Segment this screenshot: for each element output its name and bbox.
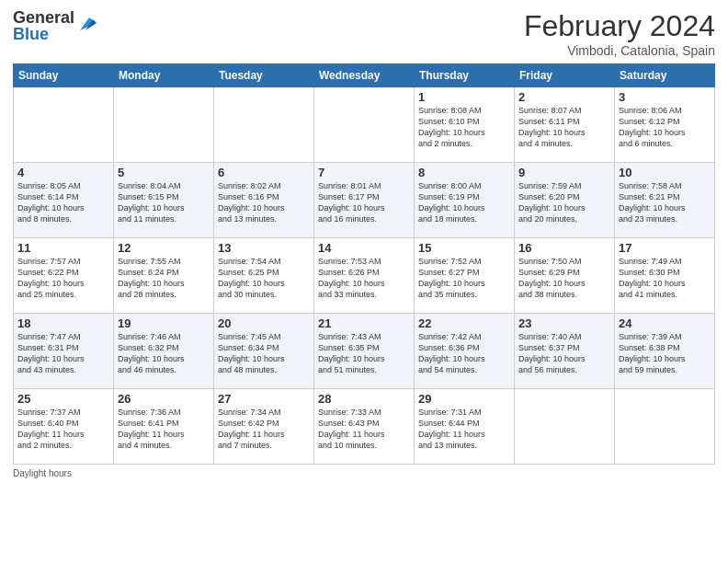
day-number: 13 [218, 241, 310, 255]
logo-general: General [13, 9, 74, 26]
footer: Daylight hours [13, 468, 715, 478]
day-number: 4 [17, 166, 109, 179]
day-info: Sunrise: 8:04 AM Sunset: 6:15 PM Dayligh… [118, 180, 210, 225]
day-number: 23 [518, 316, 610, 330]
day-info: Sunrise: 7:45 AM Sunset: 6:34 PM Dayligh… [218, 331, 310, 376]
page: General Blue February 2024 Vimbodi, Cata… [0, 0, 728, 563]
calendar-day-cell [14, 87, 114, 163]
calendar-header-day: Saturday [615, 64, 715, 87]
calendar-header-day: Monday [114, 64, 214, 87]
day-info: Sunrise: 7:53 AM Sunset: 6:26 PM Dayligh… [318, 256, 410, 301]
calendar-day-cell: 19Sunrise: 7:46 AM Sunset: 6:32 PM Dayli… [114, 314, 214, 389]
day-number: 8 [418, 166, 510, 179]
calendar-day-cell: 27Sunrise: 7:34 AM Sunset: 6:42 PM Dayli… [214, 389, 314, 465]
day-number: 2 [518, 90, 610, 104]
day-number: 17 [619, 241, 711, 255]
day-info: Sunrise: 8:00 AM Sunset: 6:19 PM Dayligh… [418, 180, 510, 225]
day-info: Sunrise: 7:49 AM Sunset: 6:30 PM Dayligh… [619, 256, 711, 301]
day-info: Sunrise: 7:50 AM Sunset: 6:29 PM Dayligh… [518, 256, 610, 301]
subtitle: Vimbodi, Catalonia, Spain [524, 43, 715, 58]
day-info: Sunrise: 8:01 AM Sunset: 6:17 PM Dayligh… [318, 180, 410, 225]
day-number: 29 [418, 392, 510, 406]
calendar-header-day: Wednesday [314, 64, 415, 87]
calendar-day-cell: 6Sunrise: 8:02 AM Sunset: 6:16 PM Daylig… [214, 163, 314, 238]
calendar-day-cell: 21Sunrise: 7:43 AM Sunset: 6:35 PM Dayli… [314, 314, 415, 389]
calendar-day-cell: 2Sunrise: 8:07 AM Sunset: 6:11 PM Daylig… [515, 87, 615, 163]
calendar-day-cell: 14Sunrise: 7:53 AM Sunset: 6:26 PM Dayli… [314, 238, 415, 314]
calendar-day-cell: 24Sunrise: 7:39 AM Sunset: 6:38 PM Dayli… [615, 314, 715, 389]
day-info: Sunrise: 8:08 AM Sunset: 6:10 PM Dayligh… [418, 105, 510, 150]
day-number: 11 [17, 241, 109, 255]
calendar-day-cell: 8Sunrise: 8:00 AM Sunset: 6:19 PM Daylig… [415, 163, 515, 238]
day-info: Sunrise: 7:46 AM Sunset: 6:32 PM Dayligh… [118, 331, 210, 376]
day-number: 26 [118, 392, 210, 406]
calendar-day-cell: 20Sunrise: 7:45 AM Sunset: 6:34 PM Dayli… [214, 314, 314, 389]
calendar-day-cell [515, 389, 615, 465]
day-number: 16 [518, 241, 610, 255]
calendar-day-cell [314, 87, 415, 163]
calendar-header-day: Sunday [14, 64, 114, 87]
calendar-day-cell: 16Sunrise: 7:50 AM Sunset: 6:29 PM Dayli… [515, 238, 615, 314]
logo: General Blue [13, 9, 97, 42]
day-number: 15 [418, 241, 510, 255]
day-number: 28 [318, 392, 410, 406]
day-number: 12 [118, 241, 210, 255]
calendar-week-row: 25Sunrise: 7:37 AM Sunset: 6:40 PM Dayli… [14, 389, 715, 465]
calendar-day-cell: 17Sunrise: 7:49 AM Sunset: 6:30 PM Dayli… [615, 238, 715, 314]
day-number: 18 [17, 316, 109, 330]
title-area: February 2024 Vimbodi, Catalonia, Spain [524, 9, 715, 58]
calendar-day-cell [615, 389, 715, 465]
day-number: 5 [118, 166, 210, 179]
calendar-day-cell: 1Sunrise: 8:08 AM Sunset: 6:10 PM Daylig… [415, 87, 515, 163]
day-info: Sunrise: 7:37 AM Sunset: 6:40 PM Dayligh… [17, 407, 109, 452]
day-info: Sunrise: 7:36 AM Sunset: 6:41 PM Dayligh… [118, 407, 210, 452]
day-info: Sunrise: 8:05 AM Sunset: 6:14 PM Dayligh… [17, 180, 109, 225]
calendar-day-cell: 10Sunrise: 7:58 AM Sunset: 6:21 PM Dayli… [615, 163, 715, 238]
logo-text: General Blue [13, 9, 74, 42]
day-info: Sunrise: 7:39 AM Sunset: 6:38 PM Dayligh… [619, 331, 711, 376]
day-number: 10 [619, 166, 711, 179]
day-number: 14 [318, 241, 410, 255]
calendar-day-cell [114, 87, 214, 163]
calendar-day-cell: 13Sunrise: 7:54 AM Sunset: 6:25 PM Dayli… [214, 238, 314, 314]
day-info: Sunrise: 7:54 AM Sunset: 6:25 PM Dayligh… [218, 256, 310, 301]
day-info: Sunrise: 7:58 AM Sunset: 6:21 PM Dayligh… [619, 180, 711, 225]
calendar-day-cell: 26Sunrise: 7:36 AM Sunset: 6:41 PM Dayli… [114, 389, 214, 465]
calendar-day-cell: 7Sunrise: 8:01 AM Sunset: 6:17 PM Daylig… [314, 163, 415, 238]
day-info: Sunrise: 7:33 AM Sunset: 6:43 PM Dayligh… [318, 407, 410, 452]
day-number: 25 [17, 392, 109, 406]
day-number: 1 [418, 90, 510, 104]
footer-label: Daylight hours [13, 468, 72, 478]
calendar-day-cell: 28Sunrise: 7:33 AM Sunset: 6:43 PM Dayli… [314, 389, 415, 465]
day-info: Sunrise: 7:34 AM Sunset: 6:42 PM Dayligh… [218, 407, 310, 452]
day-info: Sunrise: 8:02 AM Sunset: 6:16 PM Dayligh… [218, 180, 310, 225]
day-info: Sunrise: 7:40 AM Sunset: 6:37 PM Dayligh… [518, 331, 610, 376]
day-number: 21 [318, 316, 410, 330]
calendar-day-cell: 3Sunrise: 8:06 AM Sunset: 6:12 PM Daylig… [615, 87, 715, 163]
calendar-day-cell: 29Sunrise: 7:31 AM Sunset: 6:44 PM Dayli… [415, 389, 515, 465]
calendar-day-cell: 15Sunrise: 7:52 AM Sunset: 6:27 PM Dayli… [415, 238, 515, 314]
calendar-day-cell: 11Sunrise: 7:57 AM Sunset: 6:22 PM Dayli… [14, 238, 114, 314]
calendar-week-row: 4Sunrise: 8:05 AM Sunset: 6:14 PM Daylig… [14, 163, 715, 238]
day-info: Sunrise: 8:06 AM Sunset: 6:12 PM Dayligh… [619, 105, 711, 150]
day-info: Sunrise: 7:31 AM Sunset: 6:44 PM Dayligh… [418, 407, 510, 452]
calendar-day-cell: 22Sunrise: 7:42 AM Sunset: 6:36 PM Dayli… [415, 314, 515, 389]
day-info: Sunrise: 7:57 AM Sunset: 6:22 PM Dayligh… [17, 256, 109, 301]
day-number: 9 [518, 166, 610, 179]
day-number: 22 [418, 316, 510, 330]
calendar-day-cell: 9Sunrise: 7:59 AM Sunset: 6:20 PM Daylig… [515, 163, 615, 238]
header: General Blue February 2024 Vimbodi, Cata… [13, 9, 715, 58]
calendar-day-cell: 4Sunrise: 8:05 AM Sunset: 6:14 PM Daylig… [14, 163, 114, 238]
day-number: 19 [118, 316, 210, 330]
day-info: Sunrise: 7:55 AM Sunset: 6:24 PM Dayligh… [118, 256, 210, 301]
day-info: Sunrise: 7:42 AM Sunset: 6:36 PM Dayligh… [418, 331, 510, 376]
calendar-day-cell [214, 87, 314, 163]
calendar-header-row: SundayMondayTuesdayWednesdayThursdayFrid… [14, 64, 715, 87]
day-number: 7 [318, 166, 410, 179]
day-number: 20 [218, 316, 310, 330]
day-number: 27 [218, 392, 310, 406]
calendar-day-cell: 18Sunrise: 7:47 AM Sunset: 6:31 PM Dayli… [14, 314, 114, 389]
calendar-week-row: 1Sunrise: 8:08 AM Sunset: 6:10 PM Daylig… [14, 87, 715, 163]
calendar-header-day: Friday [515, 64, 615, 87]
calendar-week-row: 18Sunrise: 7:47 AM Sunset: 6:31 PM Dayli… [14, 314, 715, 389]
